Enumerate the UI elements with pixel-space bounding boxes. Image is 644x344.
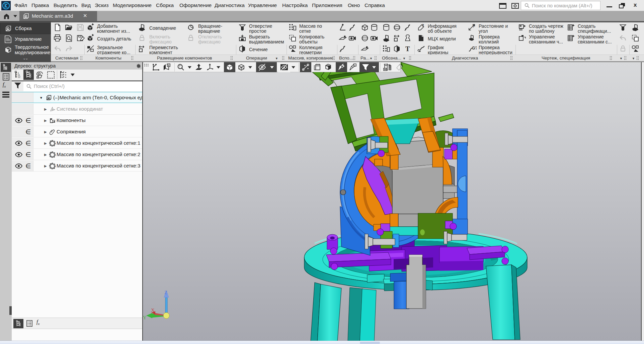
svg-text:Y: Y bbox=[143, 315, 147, 320]
svg-text:Z: Z bbox=[164, 290, 167, 295]
svg-text:X: X bbox=[151, 308, 155, 313]
svg-text:12: 12 bbox=[18, 76, 20, 78]
